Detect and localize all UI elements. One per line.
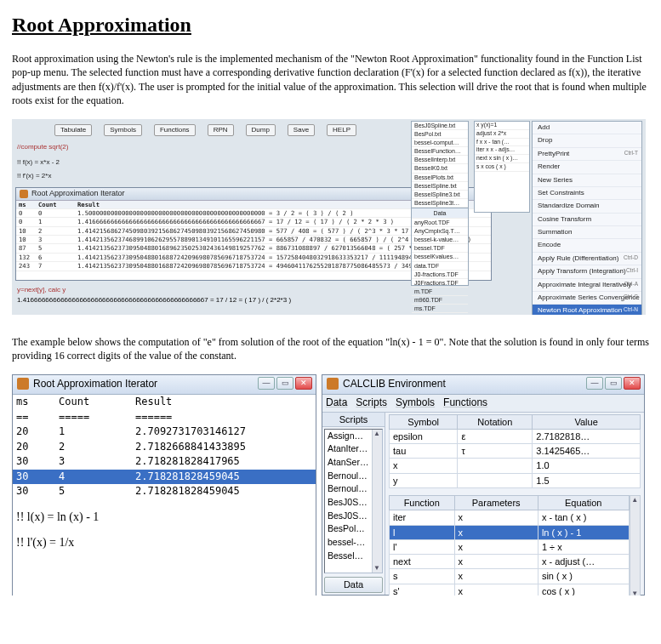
function-table[interactable]: FunctionParametersEquationiterxx - tan (…: [389, 495, 630, 596]
list-item[interactable]: BesPol.txt: [412, 130, 468, 139]
table-row[interactable]: 3052.718281828459045: [13, 484, 316, 499]
mid-function-pane: x y(x)=1adjust x 2*xf x x - tan (…iter x…: [474, 121, 530, 213]
column-header[interactable]: Parameters: [454, 495, 538, 510]
maximize-icon[interactable]: ▭: [605, 377, 622, 390]
close-icon[interactable]: ✕: [295, 377, 312, 390]
column-header[interactable]: Notation: [458, 414, 533, 429]
code-line-3: !! f'(x) = 2*x: [17, 172, 51, 180]
table-row[interactable]: 3042.718281828459045: [13, 470, 316, 485]
window-title-text: CALCLIB Environment: [343, 378, 446, 390]
menu-item[interactable]: Drop: [533, 134, 641, 147]
list-item[interactable]: f x x - tan (…: [475, 139, 529, 147]
data-button[interactable]: Data: [324, 577, 383, 592]
menu-item-functions[interactable]: Functions: [443, 396, 487, 410]
intro-paragraph: Root approximation using the Newton's ru…: [12, 52, 649, 107]
root-approx-iterator-window: Root Approximation Iterator — ▭ ✕ msCoun…: [12, 374, 316, 596]
list-item[interactable]: BesselSpline3t…: [412, 199, 468, 208]
code-line-2: !! f(x) = x*x - 2: [17, 158, 60, 167]
list-item[interactable]: ms.TDF: [412, 305, 468, 313]
menu-item[interactable]: Apply Transform (Integration)Ctrl-I: [533, 265, 641, 278]
list-item[interactable]: AnyCmplxSq.T…: [412, 227, 468, 236]
menu-item[interactable]: Approximate Series ConvergenceCtrl-C: [533, 292, 641, 305]
minimize-icon[interactable]: —: [258, 377, 275, 390]
list-item[interactable]: iter x x - adjs…: [475, 146, 529, 155]
toolbar-button-tabulate[interactable]: Tabulate: [54, 124, 92, 136]
list-item[interactable]: J0Fractions.TDF: [412, 279, 468, 288]
list-item[interactable]: BesselSpline3.txt: [412, 191, 468, 199]
scrollbar[interactable]: [372, 430, 382, 573]
toolbar-button-dump[interactable]: Dump: [246, 124, 276, 136]
menu-item-data[interactable]: Data: [326, 396, 347, 410]
scripts-list[interactable]: Assign…AtanIter…AtanSer…Bernoul…Bernoul……: [324, 429, 383, 573]
list-item[interactable]: BesselFunction…: [412, 147, 468, 156]
scrollbar[interactable]: ▲▼: [630, 495, 641, 596]
menu-item[interactable]: New Series: [533, 174, 641, 187]
list-item[interactable]: m.TDF: [412, 288, 468, 296]
table-row[interactable]: s'xcos ( x ): [390, 584, 630, 596]
list-item[interactable]: BesselSpline.txt: [412, 182, 468, 191]
data-pane: DataanyRoot.TDFAnyCmplxSq.T…bessel-k-val…: [411, 208, 469, 286]
menu-item[interactable]: Summation: [533, 226, 641, 239]
table-row[interactable]: y1.5: [390, 473, 641, 487]
column-header[interactable]: Value: [533, 414, 641, 429]
list-item[interactable]: BesselInterp.txt: [412, 156, 468, 164]
toolbar-button-functions[interactable]: Functions: [154, 124, 196, 136]
toolbar-button-help[interactable]: HELP: [327, 124, 356, 136]
list-item[interactable]: m960.TDF: [412, 296, 468, 305]
list-item[interactable]: BesselK0.txt: [412, 164, 468, 173]
list-item[interactable]: next x sin ( x )…: [475, 155, 529, 163]
table-row[interactable]: iterxx - tan ( x ): [390, 510, 630, 525]
scripts-panel: Scripts Assign…AtanIter…AtanSer…Bernoul……: [322, 413, 385, 595]
table-row[interactable]: 2022.7182668841433895: [13, 440, 316, 455]
table-row[interactable]: tauτ3.1425465…: [390, 444, 641, 459]
close-icon[interactable]: ✕: [624, 377, 641, 390]
menu-item[interactable]: Standardize Domain: [533, 200, 641, 213]
list-item[interactable]: BesJ0Spline.txt: [412, 122, 468, 130]
table-row[interactable]: lxln ( x ) - 1: [390, 525, 630, 539]
menu-item[interactable]: Apply Rule (Differentiation)Ctrl-D: [533, 253, 641, 265]
column-header[interactable]: Symbol: [390, 414, 458, 429]
context-menu: AddDropPrettyPrintCtrl-TRenderNew Series…: [532, 121, 642, 315]
menu-item-symbols[interactable]: Symbols: [396, 396, 435, 410]
list-item[interactable]: data.TDF: [412, 262, 468, 271]
table-row[interactable]: sxsin ( x ): [390, 569, 630, 584]
window-title-text: Root Approximation Iterator: [33, 378, 157, 390]
list-item[interactable]: bessel.TDF: [412, 244, 468, 253]
maximize-icon[interactable]: ▭: [276, 377, 293, 390]
list-item[interactable]: anyRoot.TDF: [412, 219, 468, 227]
list-item[interactable]: BesselPlots.txt: [412, 174, 468, 182]
list-item[interactable]: ms2.TDF: [412, 313, 468, 315]
table-row[interactable]: 2012.7092731703146127: [13, 425, 316, 440]
table-row[interactable]: nextxx - adjust (…: [390, 555, 630, 569]
toolbar-button-rpn[interactable]: RPN: [208, 124, 234, 136]
toolbar-button-symbols[interactable]: Symbols: [104, 124, 142, 136]
menu-item[interactable]: Set Constraints: [533, 187, 641, 200]
menu-item[interactable]: Approximate Integral IterativelyCtrl-A: [533, 279, 641, 292]
table-row[interactable]: x1.0: [390, 459, 641, 473]
list-item[interactable]: J0-fractions.TDF: [412, 271, 468, 279]
table-row[interactable]: 3032.718281828417965: [13, 454, 316, 470]
code-line-4: y=next[y], calc y: [17, 286, 66, 294]
list-item[interactable]: besselKvalues…: [412, 253, 468, 261]
table-row[interactable]: l'x1 ÷ x: [390, 539, 630, 554]
minimize-icon[interactable]: —: [586, 377, 603, 390]
column-header[interactable]: Equation: [538, 495, 629, 510]
function-expr-2: !! l'(x) = 1/x: [13, 530, 316, 556]
function-expr-1: !! l(x) = ln (x) - 1: [13, 499, 316, 530]
menu-item[interactable]: PrettyPrintCtrl-T: [533, 148, 641, 161]
list-item[interactable]: bessel-comput…: [412, 139, 468, 147]
menu-item-scripts[interactable]: Scripts: [356, 396, 387, 410]
list-item[interactable]: x y(x)=1: [475, 122, 529, 130]
table-row[interactable]: epsilonε2.7182818…: [390, 429, 641, 443]
symbol-table[interactable]: SymbolNotationValueepsilonε2.7182818…tau…: [389, 414, 641, 488]
menu-item[interactable]: Render: [533, 161, 641, 174]
menu-item[interactable]: Encode: [533, 239, 641, 252]
list-item[interactable]: adjust x 2*x: [475, 130, 529, 139]
column-header[interactable]: Function: [390, 495, 455, 510]
menu-item[interactable]: Cosine Transform: [533, 214, 641, 226]
menu-item[interactable]: Add: [533, 122, 641, 134]
list-item[interactable]: bessel-k-value…: [412, 236, 468, 244]
menu-item[interactable]: Newton Root ApproximationCtrl-N: [533, 305, 641, 315]
toolbar-button-save[interactable]: Save: [288, 124, 315, 136]
list-item[interactable]: s x cos ( x ): [475, 163, 529, 172]
